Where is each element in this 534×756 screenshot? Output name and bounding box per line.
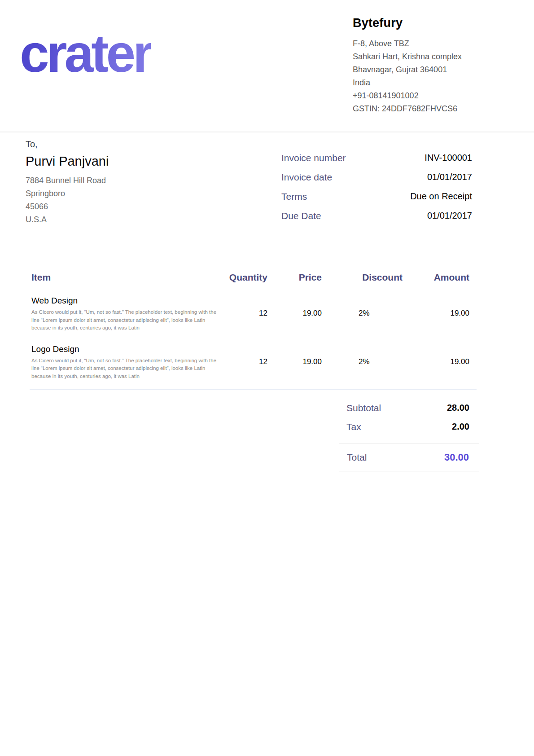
items-table: Item Quantity Price Discount Amount Web …	[31, 272, 469, 380]
item-discount: 2%	[322, 344, 403, 381]
item-discount: 2%	[322, 295, 403, 332]
customer-address-line: Springboro	[26, 187, 214, 200]
customer-address-line: 45066	[26, 200, 214, 213]
tax-label: Tax	[346, 422, 361, 432]
invoice-meta: Invoice number INV-100001 Invoice date 0…	[281, 148, 472, 225]
item-description: As Cicero would put it, “Um, not so fast…	[31, 357, 219, 381]
terms-row: Terms Due on Receipt	[281, 187, 472, 206]
header-divider	[0, 132, 534, 132]
subtotal-value: 28.00	[447, 403, 469, 413]
item-amount: 19.00	[403, 344, 469, 381]
subtotal-row: Subtotal 28.00	[339, 403, 479, 422]
due-date-row: Due Date 01/01/2017	[281, 206, 472, 225]
company-phone: +91-08141901002	[353, 89, 510, 102]
invoice-number-row: Invoice number INV-100001	[281, 148, 472, 167]
total-box: Total 30.00	[339, 444, 479, 471]
customer-name: Purvi Panjvani	[26, 154, 214, 169]
invoice-number-value: INV-100001	[425, 153, 472, 163]
company-info: Bytefury F-8, Above TBZ Sahkari Hart, Kr…	[353, 16, 510, 115]
item-price: 19.00	[267, 344, 322, 381]
tax-value: 2.00	[452, 422, 469, 432]
item-cell: Logo Design As Cicero would put it, “Um,…	[31, 344, 224, 381]
totals-section: Subtotal 28.00 Tax 2.00 Total 30.00	[339, 403, 479, 471]
due-date-label: Due Date	[281, 211, 321, 221]
due-date-value: 01/01/2017	[427, 211, 472, 221]
terms-label: Terms	[281, 191, 307, 202]
column-header-amount: Amount	[403, 272, 469, 283]
customer-address-line: U.S.A	[26, 213, 214, 226]
invoice-number-label: Invoice number	[281, 153, 346, 163]
item-price: 19.00	[267, 295, 322, 332]
company-name: Bytefury	[353, 16, 510, 30]
item-cell: Web Design As Cicero would put it, “Um, …	[31, 295, 224, 332]
company-address-line: Bhavnagar, Gujrat 364001	[353, 63, 510, 76]
bill-to-label: To,	[26, 139, 214, 149]
company-address-line: Sahkari Hart, Krishna complex	[353, 50, 510, 63]
total-value: 30.00	[444, 452, 469, 463]
invoice-date-value: 01/01/2017	[427, 172, 472, 182]
terms-value: Due on Receipt	[410, 191, 472, 202]
company-address-line: F-8, Above TBZ	[353, 37, 510, 50]
item-amount: 19.00	[403, 295, 469, 332]
item-description: As Cicero would put it, “Um, not so fast…	[31, 308, 219, 332]
invoice-date-row: Invoice date 01/01/2017	[281, 167, 472, 187]
item-name: Web Design	[31, 295, 224, 306]
item-name: Logo Design	[31, 344, 224, 355]
total-label: Total	[347, 452, 367, 463]
table-row: Web Design As Cicero would put it, “Um, …	[31, 295, 469, 332]
invoice-page: crater Bytefury F-8, Above TBZ Sahkari H…	[0, 0, 534, 756]
company-gstin: GSTIN: 24DDF7682FHVCS6	[353, 102, 510, 115]
customer-address-line: 7884 Bunnel Hill Road	[26, 174, 214, 187]
items-table-header: Item Quantity Price Discount Amount	[31, 272, 469, 283]
company-address-line: India	[353, 76, 510, 89]
column-header-discount: Discount	[322, 272, 403, 283]
totals-divider	[30, 389, 477, 390]
column-header-item: Item	[31, 272, 224, 283]
tax-row: Tax 2.00	[339, 422, 479, 440]
invoice-date-label: Invoice date	[281, 172, 332, 183]
crater-logo-wordmark: crater	[20, 26, 151, 82]
item-quantity: 12	[224, 344, 267, 381]
bill-to-block: To, Purvi Panjvani 7884 Bunnel Hill Road…	[26, 139, 214, 226]
item-quantity: 12	[224, 295, 267, 332]
subtotal-label: Subtotal	[346, 403, 381, 413]
table-row: Logo Design As Cicero would put it, “Um,…	[31, 344, 469, 381]
column-header-price: Price	[267, 272, 322, 283]
column-header-quantity: Quantity	[224, 272, 267, 283]
